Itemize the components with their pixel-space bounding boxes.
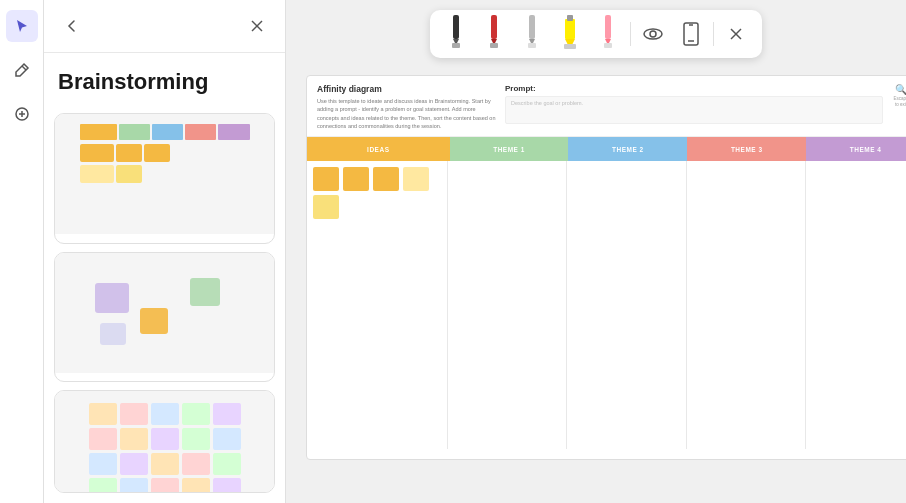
sticky-note[interactable] — [313, 195, 339, 219]
pen-pink-tool[interactable] — [592, 16, 624, 52]
left-toolbar — [0, 0, 44, 503]
svg-rect-23 — [604, 43, 612, 48]
template-desc-text: Use this template to ideate and discuss … — [317, 97, 497, 130]
side-panel-title-area: Brainstorming — [44, 53, 285, 103]
column-headers: IDEAS THEME 1 THEME 2 THEME 3 THEME 4 — [307, 137, 906, 161]
theme4-column — [806, 161, 906, 449]
escape-label: Escapeto exit — [893, 96, 906, 108]
prompt-label: Prompt: — [505, 84, 906, 93]
pen-red-arrow-tool[interactable] — [478, 16, 510, 52]
escape-area: 🔍 Escapeto exit — [887, 84, 906, 108]
brainstorm-card[interactable]: Brainstorm — [54, 252, 275, 383]
template-description-area: Affinity diagram Use this template to id… — [317, 84, 497, 130]
back-button[interactable] — [58, 12, 86, 40]
pen-yellow-highlighter-tool[interactable] — [554, 16, 586, 52]
sticky-note[interactable] — [403, 167, 429, 191]
svg-rect-20 — [564, 44, 576, 49]
pen-black-tool[interactable] — [440, 16, 472, 52]
sticky-note[interactable] — [373, 167, 399, 191]
svg-rect-6 — [453, 15, 459, 39]
side-panel-title: Brainstorming — [58, 69, 271, 95]
side-panel: Brainstorming — [44, 0, 286, 503]
template-list: Affinity diagram Brainstorm — [44, 103, 285, 503]
prompt-input[interactable]: Describe the goal or problem. — [505, 96, 883, 124]
affinity-diagram-preview — [55, 114, 274, 234]
toolbar-divider-2 — [713, 22, 714, 46]
grid-preview — [55, 391, 274, 493]
toolbar-divider — [630, 22, 631, 46]
theme2-column — [567, 161, 687, 449]
pen-tool[interactable] — [6, 54, 38, 86]
add-tool[interactable] — [6, 98, 38, 130]
svg-rect-21 — [605, 15, 611, 39]
col-header-theme4: THEME 4 — [806, 137, 906, 161]
col-header-theme1: THEME 1 — [450, 137, 569, 161]
col-header-theme2: THEME 2 — [568, 137, 687, 161]
template-prompt-area: Prompt: Describe the goal or problem. 🔍 … — [505, 84, 906, 130]
svg-rect-17 — [565, 19, 575, 39]
canvas-area[interactable]: Affinity diagram Use this template to id… — [306, 75, 896, 493]
search-icon[interactable]: 🔍 — [895, 84, 906, 95]
close-toolbar-button[interactable] — [720, 16, 752, 52]
side-panel-nav — [58, 12, 86, 40]
cursor-tool[interactable] — [6, 10, 38, 42]
brainstorm-preview — [55, 253, 274, 373]
col-header-theme3: THEME 3 — [687, 137, 806, 161]
brainstorm-label: Brainstorm — [55, 373, 274, 383]
loop-tool[interactable] — [637, 16, 669, 52]
affinity-template: Affinity diagram Use this template to id… — [306, 75, 906, 460]
svg-rect-16 — [528, 43, 536, 48]
top-toolbar — [430, 10, 762, 58]
template-body — [307, 161, 906, 449]
main-canvas: Affinity diagram Use this template to id… — [286, 0, 906, 503]
prompt-placeholder: Describe the goal or problem. — [506, 97, 882, 109]
theme1-column — [448, 161, 568, 449]
device-tool[interactable] — [675, 16, 707, 52]
theme3-column — [687, 161, 807, 449]
col-header-ideas: IDEAS — [307, 137, 450, 161]
sticky-note[interactable] — [343, 167, 369, 191]
sticky-note[interactable] — [313, 167, 339, 191]
svg-rect-11 — [490, 43, 498, 48]
affinity-diagram-label: Affinity diagram — [55, 234, 274, 244]
svg-rect-14 — [529, 15, 535, 39]
template-top-section: Affinity diagram Use this template to id… — [307, 76, 906, 137]
svg-rect-8 — [452, 43, 460, 48]
side-panel-header — [44, 0, 285, 53]
svg-point-25 — [650, 31, 656, 37]
close-side-panel-button[interactable] — [243, 12, 271, 40]
grid-card[interactable] — [54, 390, 275, 493]
svg-rect-18 — [567, 15, 573, 21]
affinity-diagram-card[interactable]: Affinity diagram — [54, 113, 275, 244]
pen-gray-tool[interactable] — [516, 16, 548, 52]
template-title-text: Affinity diagram — [317, 84, 497, 94]
svg-line-0 — [22, 66, 26, 70]
ideas-column — [307, 161, 448, 449]
